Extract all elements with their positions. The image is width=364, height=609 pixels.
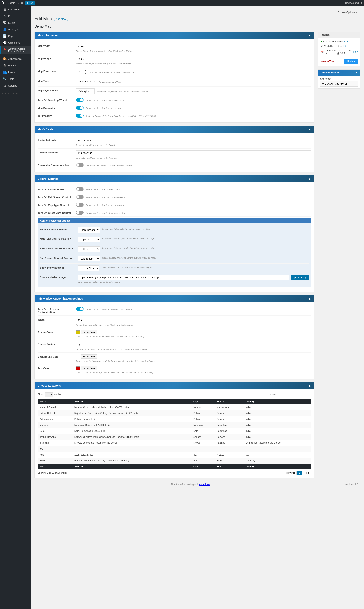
map-type-ctrl-toggle[interactable] [76, 203, 84, 207]
imagery-toggle-slider[interactable] [76, 114, 84, 118]
street-view-hint: Please check to disable street view cont… [86, 212, 126, 214]
prev-button[interactable]: Previous [284, 471, 297, 475]
map-name-title: Demo Map [34, 25, 360, 28]
zoom-down-arrow[interactable]: ▼ [84, 72, 87, 75]
zoom-position-select[interactable]: Right Bottom Right Top Left Top Left Bot… [78, 227, 100, 233]
street-view-toggle[interactable] [76, 211, 84, 214]
maps-center-header[interactable]: Map's Center ▲ [35, 126, 314, 133]
fullscreen-slider[interactable] [76, 195, 84, 199]
bg-color-button[interactable]: Select Color [81, 355, 97, 359]
col-state[interactable]: State ↕ [215, 399, 244, 404]
table-cell-city: Patiala [192, 410, 215, 416]
zoom-ctrl-slider[interactable] [76, 187, 84, 191]
customize-toggle[interactable] [76, 163, 84, 167]
choose-locations-header[interactable]: Choose Locations ▲ [35, 382, 314, 389]
site-name[interactable]: Google [8, 2, 15, 4]
page-1-button[interactable]: 1 [298, 471, 302, 475]
add-new-button[interactable]: Add New [54, 17, 68, 21]
fullscreen-toggle-wrap: Please check to disable full screen cont… [76, 195, 311, 199]
imagery-toggle[interactable] [76, 114, 84, 118]
street-view-ctrl-row: Turn Off Street View Control Please chec… [38, 209, 311, 217]
main-layout: ⊞ Dashboard ✎ Posts 🖼 Media 👤 AC Login 📄… [0, 6, 364, 609]
table-body: Mumbai CentralMumbai Central, Mumbai, Ma… [38, 404, 311, 464]
status-value: Published [332, 40, 343, 43]
show-infowindow-select[interactable]: Mouse Click Mouse Over [78, 265, 99, 271]
sidebar-item-dashboard[interactable]: ⊞ Dashboard [0, 6, 31, 13]
sidebar-item-settings[interactable]: ⚙ Settings [0, 82, 31, 89]
fullscreen-position-select[interactable]: Left Bottom Left Top Right Bottom Right … [78, 256, 100, 261]
fullscreen-toggle[interactable] [76, 195, 84, 199]
col-city[interactable]: City ↕ [192, 399, 215, 404]
published-date: Aug 28, 2018 @ 10:54 [337, 49, 352, 55]
scrolling-toggle[interactable] [76, 98, 84, 102]
text-color-button[interactable]: Select Color [81, 366, 97, 370]
map-type-select[interactable]: ROADMAP SATELLITE HYBRID TERRAIN [76, 79, 96, 84]
map-type-ctrl-slider[interactable] [76, 203, 84, 207]
visibility-edit-link[interactable]: Edit [343, 45, 347, 47]
zoom-ctrl-toggle[interactable] [76, 187, 84, 191]
sidebar-item-comments[interactable]: 💬 Comments [0, 40, 31, 46]
published-edit-link[interactable]: Edit [353, 51, 358, 53]
col-title[interactable]: Title ↕ [38, 399, 73, 404]
sidebar-label-plugins: Plugins [8, 64, 16, 67]
sidebar-item-pages[interactable]: 📄 Pages [0, 33, 31, 40]
sidebar-item-ac-login[interactable]: 👤 AC Login [0, 26, 31, 33]
map-draggable-row: Map Draggable Please check to disable ma… [38, 104, 311, 112]
copy-shortcode-header[interactable]: Copy shortcode ▲ [318, 70, 360, 76]
table-cell-country: India [244, 422, 311, 428]
sidebar-item-plugins[interactable]: 🔌 Plugins [0, 62, 31, 69]
control-settings-header[interactable]: Control Settings ▲ [35, 175, 314, 182]
border-color-button[interactable]: Select Color [81, 330, 97, 334]
shortcode-input[interactable] [320, 81, 358, 87]
map-information-header[interactable]: Map Information ▲ [35, 32, 314, 39]
infowindow-width-input[interactable] [76, 318, 311, 323]
center-longitude-input[interactable] [76, 150, 311, 156]
map-height-input[interactable] [76, 56, 311, 62]
sidebar-item-appearance[interactable]: 🎨 Appearance [0, 55, 31, 62]
content-main: Map Information ▲ Map Width Please Enter… [34, 32, 314, 481]
infowindow-header[interactable]: Infowindow Customization Settings ▲ [35, 295, 314, 302]
col-address[interactable]: Address ↕ [73, 399, 192, 404]
map-type-position-select[interactable]: Top Left Top Right Left Bottom Right Bot… [78, 237, 100, 242]
map-style-select[interactable]: Aubergine Standard Silver Retro Dark Nig… [76, 88, 95, 94]
sidebar-item-media[interactable]: 🖼 Media [0, 20, 31, 26]
draggable-toggle-slider[interactable] [76, 106, 84, 110]
publish-box: Publish ● Status: Published Edit 👁 Visib… [318, 32, 360, 66]
customize-toggle-wrap: Center the map based on visitor's curren… [76, 163, 311, 167]
infowindow-toggle-slider[interactable] [76, 307, 84, 311]
table-cell-city: Berlin [192, 458, 215, 464]
collapse-menu-button[interactable]: Collapse menu [0, 91, 31, 96]
marker-image-input[interactable] [78, 275, 289, 280]
zoom-arrows[interactable]: ▲ ▼ [84, 69, 87, 75]
infowindow-toggle[interactable] [76, 307, 84, 311]
customize-toggle-slider[interactable] [76, 163, 84, 167]
text-color-hint: Choose color for the background of infow… [76, 371, 311, 374]
update-button[interactable]: Update [344, 59, 358, 64]
border-radius-input[interactable] [76, 342, 311, 347]
upload-image-button[interactable]: Upload Image [291, 275, 309, 280]
status-edit-link[interactable]: Edit [344, 40, 348, 43]
street-view-slider[interactable] [76, 211, 84, 214]
sidebar-item-tools[interactable]: 🔧 Tools [0, 76, 31, 82]
entries-select[interactable]: 10 25 50 [45, 392, 53, 397]
sidebar-item-users[interactable]: 👥 Users [0, 69, 31, 76]
wp-footer: Thank you for creating with WordPress Ve… [34, 481, 360, 488]
maps-center-panel: Map's Center ▲ Center Latitude To Initia… [34, 126, 314, 172]
sidebar-item-advanced-google-map[interactable]: 📍 Advanced Google Map by Webilzar [0, 46, 31, 54]
draggable-toggle[interactable] [76, 106, 84, 110]
table-cell-state: Haryana [215, 434, 244, 440]
map-width-input[interactable] [76, 44, 311, 49]
next-button[interactable]: Next [303, 471, 311, 475]
wordpress-link[interactable]: WordPress [199, 483, 210, 486]
scrolling-toggle-slider[interactable] [76, 98, 84, 102]
sidebar-item-posts[interactable]: ✎ Posts [0, 13, 31, 20]
col-country[interactable]: Country ↕ [244, 399, 311, 404]
zoom-up-arrow[interactable]: ▲ [84, 69, 87, 72]
screen-options-button[interactable]: Screen Options ▲ [336, 10, 360, 15]
new-button[interactable]: + New [25, 1, 35, 5]
move-to-trash-button[interactable]: Move to Trash [321, 60, 335, 63]
table-cell-title: Autocomplete [38, 416, 73, 422]
center-latitude-input[interactable] [76, 138, 311, 143]
search-input[interactable] [279, 392, 311, 397]
street-view-position-select[interactable]: Left Top Left Bottom Right Top Right Bot… [78, 246, 100, 252]
